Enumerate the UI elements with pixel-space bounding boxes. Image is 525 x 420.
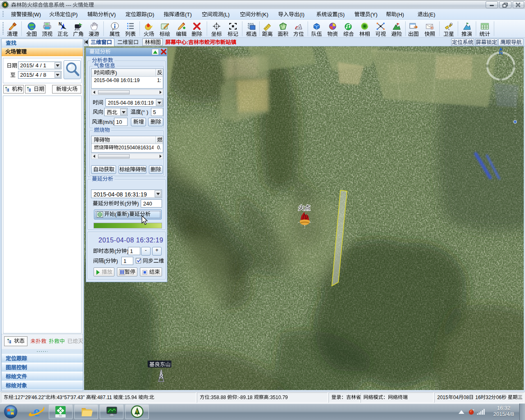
- svg-text:α: α: [299, 26, 300, 29]
- svg-text:N: N: [59, 22, 62, 26]
